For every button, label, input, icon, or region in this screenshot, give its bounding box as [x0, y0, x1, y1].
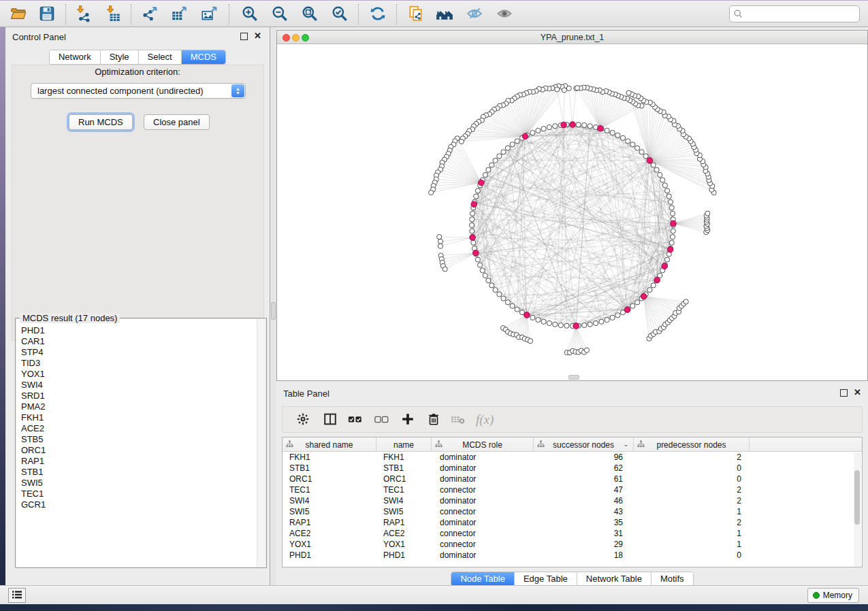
table-cell[interactable]: 96 [534, 452, 634, 463]
network-hub-node[interactable] [470, 235, 476, 241]
mcds-result-item[interactable]: YOX1 [21, 369, 266, 380]
tab-network-table[interactable]: Network Table [577, 572, 652, 586]
network-node[interactable] [582, 122, 587, 127]
mcds-result-item[interactable]: GCR1 [21, 499, 266, 510]
table-cell[interactable]: SWI5 [376, 506, 432, 517]
network-node[interactable] [705, 211, 710, 216]
mcds-result-item[interactable]: PMA2 [21, 401, 266, 412]
table-cell[interactable]: YOX1 [376, 539, 432, 550]
network-hub-node[interactable] [522, 133, 528, 139]
network-node[interactable] [635, 146, 640, 150]
result-list-scrollbar[interactable] [257, 319, 266, 567]
delete-column-button[interactable] [424, 411, 443, 429]
table-cell[interactable]: TEC1 [376, 484, 432, 495]
network-node[interactable] [471, 240, 476, 245]
table-cell[interactable]: connector [432, 528, 534, 539]
network-node[interactable] [541, 127, 546, 131]
table-cell[interactable]: 1 [634, 528, 750, 539]
task-history-button[interactable] [8, 588, 26, 603]
network-node[interactable] [615, 133, 620, 137]
table-cell[interactable]: connector [432, 539, 534, 550]
mcds-result-item[interactable]: TID3 [21, 358, 266, 369]
network-node[interactable] [489, 283, 494, 288]
network-node[interactable] [669, 205, 674, 210]
network-node[interactable] [635, 300, 640, 305]
network-hub-node[interactable] [561, 122, 567, 128]
run-mcds-button[interactable]: Run MCDS [69, 114, 133, 130]
network-node[interactable] [575, 86, 579, 90]
network-node[interactable] [470, 229, 475, 233]
network-node[interactable] [493, 288, 498, 293]
network-node[interactable] [469, 222, 474, 227]
table-row[interactable]: YOX1YOX1connector291 [283, 539, 862, 550]
zoom-fit-button[interactable] [298, 3, 321, 25]
network-node[interactable] [626, 90, 631, 95]
table-cell[interactable]: RAP1 [283, 517, 376, 528]
network-node[interactable] [605, 128, 609, 133]
table-cell[interactable]: dominator [432, 517, 534, 528]
network-node[interactable] [475, 188, 480, 193]
network-hub-node[interactable] [654, 277, 660, 283]
network-node[interactable] [486, 278, 491, 283]
network-node[interactable] [630, 303, 635, 308]
table-cell[interactable] [750, 528, 856, 539]
network-node[interactable] [470, 217, 475, 222]
network-canvas[interactable] [277, 44, 867, 380]
network-node[interactable] [671, 229, 675, 233]
table-cell[interactable]: ACE2 [376, 528, 432, 539]
network-node[interactable] [489, 163, 494, 167]
import-table-button[interactable] [102, 3, 125, 25]
mcds-result-item[interactable]: RAP1 [21, 456, 266, 467]
table-cell[interactable]: YOX1 [283, 539, 376, 550]
network-node[interactable] [588, 322, 592, 327]
network-node[interactable] [480, 268, 485, 273]
criterion-select[interactable]: largest connected component (undirected)… [31, 83, 246, 99]
table-cell[interactable] [750, 452, 856, 463]
network-hub-node[interactable] [624, 307, 630, 313]
network-node[interactable] [493, 158, 498, 163]
table-cell[interactable]: dominator [432, 463, 534, 474]
network-node[interactable] [668, 199, 673, 204]
table-settings-button[interactable] [293, 411, 312, 429]
network-node[interactable] [505, 300, 510, 305]
zoom-in-button[interactable] [238, 3, 261, 25]
select-all-rows-button[interactable] [346, 411, 365, 429]
network-hub-node[interactable] [471, 201, 477, 208]
table-cell[interactable]: 2 [634, 452, 750, 463]
float-panel-icon[interactable] [240, 33, 248, 40]
network-node[interactable] [530, 131, 535, 135]
table-cell[interactable]: 35 [534, 517, 634, 528]
table-row[interactable]: SWI5SWI5connector431 [283, 506, 862, 517]
table-cell[interactable] [750, 550, 856, 561]
network-hub-node[interactable] [662, 263, 668, 269]
network-node[interactable] [594, 320, 598, 325]
network-node[interactable] [610, 315, 615, 320]
network-hub-node[interactable] [671, 220, 677, 227]
network-node[interactable] [605, 317, 609, 322]
table-cell[interactable]: FKH1 [376, 452, 432, 463]
network-node[interactable] [599, 319, 604, 324]
table-cell[interactable]: 1 [634, 539, 750, 550]
network-node[interactable] [651, 163, 656, 167]
export-image-button[interactable] [197, 3, 221, 25]
network-hub-node[interactable] [472, 250, 479, 256]
network-node[interactable] [564, 323, 569, 328]
mcds-result-item[interactable]: SWI4 [21, 380, 266, 391]
table-row[interactable]: FKH1FKH1dominator962 [283, 452, 862, 463]
network-node[interactable] [555, 87, 560, 92]
network-node[interactable] [470, 211, 475, 216]
deselect-all-rows-button[interactable] [372, 411, 391, 429]
zoom-out-button[interactable] [268, 3, 291, 25]
network-node[interactable] [475, 257, 480, 262]
table-row[interactable]: ORC1ORC1dominator610 [283, 474, 862, 484]
network-node[interactable] [662, 183, 667, 188]
network-node[interactable] [486, 167, 491, 172]
table-cell[interactable]: STB1 [283, 463, 376, 474]
mcds-result-item[interactable]: STB5 [21, 434, 266, 445]
network-node[interactable] [553, 322, 558, 327]
network-node[interactable] [478, 263, 483, 267]
table-cell[interactable] [750, 495, 856, 506]
table-cell[interactable] [750, 474, 856, 484]
table-scrollbar[interactable] [854, 452, 861, 567]
network-node[interactable] [547, 320, 551, 325]
